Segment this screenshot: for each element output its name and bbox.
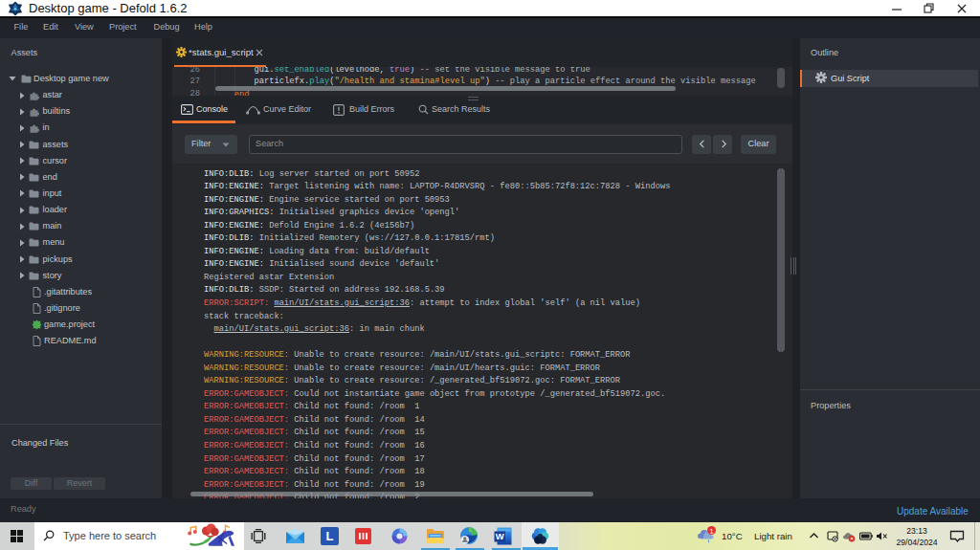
svg-text:1: 1 bbox=[709, 527, 713, 536]
svg-text:W: W bbox=[496, 531, 504, 541]
